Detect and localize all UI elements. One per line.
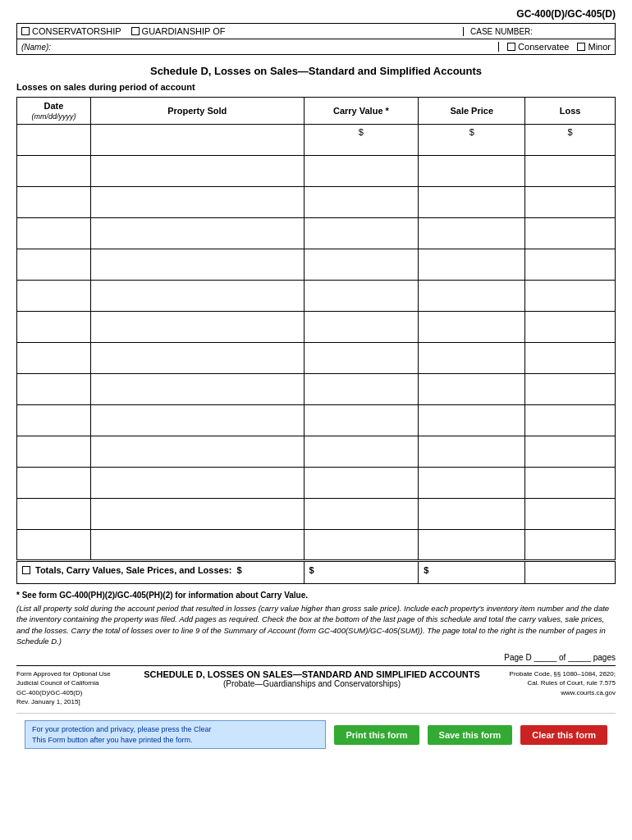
date-cell-14[interactable] [17,530,91,561]
date-cell-11[interactable] [17,436,91,468]
table-header: Date (mm/dd/yyyy) Property Sold Carry Va… [17,98,616,125]
date-cell-9[interactable] [17,374,91,405]
carry-cell-8[interactable] [304,343,419,374]
print-button[interactable]: Print this form [334,725,419,745]
carry-cell-2[interactable] [304,156,419,187]
minor-checkbox[interactable] [577,43,585,51]
loss-cell-10[interactable] [525,405,616,436]
table-body: $ $ $ [17,125,616,584]
carry-cell-12[interactable] [304,468,419,499]
loss-cell-1[interactable]: $ [525,125,616,156]
loss-cell-2[interactable] [525,156,616,187]
property-cell-3[interactable] [90,187,304,218]
sale-cell-13[interactable] [419,499,525,530]
loss-cell-9[interactable] [525,374,616,405]
header-top-left: CONSERVATORSHIP GUARDIANSHIP OF [21,26,463,36]
date-cell-3[interactable] [17,187,91,218]
guardianship-checkbox-item: GUARDIANSHIP OF [131,26,226,36]
table-row [17,156,616,187]
loss-cell-8[interactable] [525,343,616,374]
footer-center-main: SCHEDULE D, LOSSES ON SALES—STANDARD AND… [115,669,509,679]
sale-cell-1[interactable]: $ [419,125,525,156]
col-header-property: Property Sold [90,98,304,125]
carry-cell-6[interactable] [304,281,419,312]
footer-right: Probate Code, §§ 1080–1084, 2620; Cal. R… [509,669,616,697]
carry-cell-4[interactable] [304,218,419,249]
property-cell-12[interactable] [90,468,304,499]
sale-cell-12[interactable] [419,468,525,499]
carry-dollar-1: $ [359,127,364,137]
carry-cell-3[interactable] [304,187,419,218]
carry-cell-11[interactable] [304,436,419,468]
totals-checkbox[interactable] [22,566,30,574]
sale-cell-2[interactable] [419,156,525,187]
date-cell-10[interactable] [17,405,91,436]
property-cell-8[interactable] [90,343,304,374]
property-cell-14[interactable] [90,530,304,561]
conservatorship-label: CONSERVATORSHIP [32,26,121,36]
loss-cell-11[interactable] [525,436,616,468]
date-sublabel: (mm/dd/yyyy) [31,112,76,121]
date-cell-12[interactable] [17,468,91,499]
loss-cell-14[interactable] [525,530,616,561]
loss-cell-5[interactable] [525,249,616,281]
carry-cell-1[interactable]: $ [304,125,419,156]
form-id: GC-400(D)/GC-405(D) [16,8,616,20]
property-cell-11[interactable] [90,436,304,468]
sale-cell-8[interactable] [419,343,525,374]
date-cell-7[interactable] [17,312,91,343]
conservatee-checkbox[interactable] [507,43,515,51]
property-cell-2[interactable] [90,156,304,187]
clear-button[interactable]: Clear this form [520,725,607,745]
date-cell-1[interactable] [17,125,91,156]
date-cell-6[interactable] [17,281,91,312]
loss-cell-6[interactable] [525,281,616,312]
loss-cell-3[interactable] [525,187,616,218]
carry-cell-9[interactable] [304,374,419,405]
carry-cell-14[interactable] [304,530,419,561]
property-cell-9[interactable] [90,374,304,405]
header-bottom-right: Conservatee Minor [498,42,611,52]
date-cell-13[interactable] [17,499,91,530]
totals-loss-cell[interactable] [525,561,616,584]
date-cell-8[interactable] [17,343,91,374]
guardianship-checkbox[interactable] [131,27,140,35]
footer-left: Form Approved for Optional Use Judicial … [16,669,115,706]
property-cell-13[interactable] [90,499,304,530]
property-cell-10[interactable] [90,405,304,436]
carry-cell-13[interactable] [304,499,419,530]
sale-cell-7[interactable] [419,312,525,343]
date-cell-4[interactable] [17,218,91,249]
footer-section: Form Approved for Optional Use Judicial … [16,665,616,706]
sale-cell-3[interactable] [419,187,525,218]
property-cell-6[interactable] [90,281,304,312]
sale-cell-11[interactable] [419,436,525,468]
sale-cell-10[interactable] [419,405,525,436]
carry-cell-5[interactable] [304,249,419,281]
property-cell-4[interactable] [90,218,304,249]
bottom-bar: For your protection and privacy, please … [16,713,616,756]
save-button[interactable]: Save this form [428,725,513,745]
property-cell-5[interactable] [90,249,304,281]
footer-center-sub: (Probate—Guardianships and Conservatorsh… [115,679,509,688]
carry-cell-7[interactable] [304,312,419,343]
totals-carry-cell[interactable]: $ [304,561,419,584]
privacy-notice: For your protection and privacy, please … [25,720,326,749]
loss-cell-13[interactable] [525,499,616,530]
date-cell-5[interactable] [17,249,91,281]
date-cell-2[interactable] [17,156,91,187]
property-cell-7[interactable] [90,312,304,343]
loss-cell-12[interactable] [525,468,616,499]
loss-cell-4[interactable] [525,218,616,249]
sale-cell-14[interactable] [419,530,525,561]
sale-cell-5[interactable] [419,249,525,281]
totals-sale-cell[interactable]: $ [419,561,525,584]
sale-cell-9[interactable] [419,374,525,405]
sale-cell-4[interactable] [419,218,525,249]
loss-cell-7[interactable] [525,312,616,343]
table-row [17,249,616,281]
property-cell-1[interactable] [90,125,304,156]
conservatorship-checkbox[interactable] [21,27,30,35]
carry-cell-10[interactable] [304,405,419,436]
sale-cell-6[interactable] [419,281,525,312]
